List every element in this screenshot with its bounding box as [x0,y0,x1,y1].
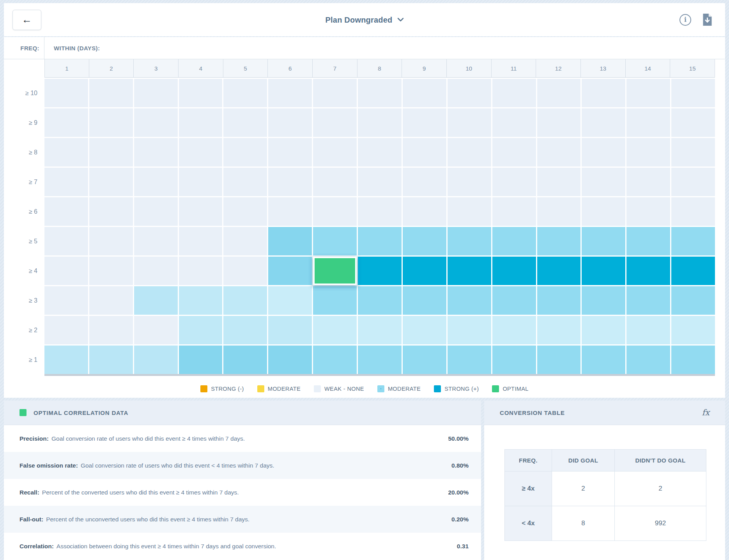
heatmap-cell[interactable] [537,286,581,315]
heatmap-cell[interactable] [134,346,178,374]
heatmap-cell[interactable] [403,227,446,255]
heatmap-cell[interactable] [582,257,625,285]
heatmap-cell[interactable] [671,316,715,344]
heatmap-cell[interactable] [134,108,178,137]
heatmap-cell[interactable] [44,168,88,196]
heatmap-cell[interactable] [223,257,267,285]
heatmap-cell[interactable] [313,108,357,137]
heatmap-cell[interactable] [223,138,267,167]
heatmap-cell[interactable] [448,138,491,167]
heatmap-cell[interactable] [268,108,312,137]
heatmap-cell[interactable] [89,138,133,167]
heatmap-cell[interactable] [223,197,267,226]
heatmap-cell[interactable] [671,227,715,255]
heatmap-cell[interactable] [448,168,491,196]
heatmap-cell[interactable] [268,257,312,285]
heatmap-cell[interactable] [313,138,357,167]
heatmap-cell[interactable] [403,138,446,167]
heatmap-cell[interactable] [223,168,267,196]
export-download-icon[interactable] [702,14,713,26]
heatmap-cell[interactable] [179,79,223,107]
heatmap-cell[interactable] [537,108,581,137]
heatmap-cell[interactable] [403,286,446,315]
heatmap-cell[interactable] [582,197,625,226]
heatmap-cell[interactable] [537,257,581,285]
heatmap-cell[interactable] [582,227,625,255]
heatmap-cell[interactable] [626,346,670,374]
heatmap-cell[interactable] [44,108,88,137]
heatmap-cell[interactable] [582,286,625,315]
heatmap-cell[interactable] [89,197,133,226]
heatmap-cell[interactable] [626,257,670,285]
heatmap-cell[interactable] [358,108,402,137]
heatmap-cell[interactable] [448,316,491,344]
heatmap-cell[interactable] [448,346,491,374]
heatmap-cell[interactable] [626,286,670,315]
heatmap-cell[interactable] [403,257,446,285]
heatmap-cell[interactable] [448,227,491,255]
heatmap-cell[interactable] [179,227,223,255]
heatmap-cell[interactable] [268,286,312,315]
heatmap-cell[interactable] [44,227,88,255]
heatmap-cell[interactable] [537,168,581,196]
heatmap-cell[interactable] [179,346,223,374]
heatmap-cell[interactable] [626,168,670,196]
heatmap-cell[interactable] [626,197,670,226]
heatmap-cell[interactable] [582,346,625,374]
heatmap-cell[interactable] [492,79,536,107]
heatmap-cell[interactable] [403,168,446,196]
heatmap-cell[interactable] [134,138,178,167]
heatmap-cell[interactable] [492,227,536,255]
heatmap-cell[interactable] [44,316,88,344]
heatmap-cell[interactable] [671,346,715,374]
heatmap-cell[interactable] [268,316,312,344]
heatmap-cell[interactable] [313,197,357,226]
heatmap-cell[interactable] [358,316,402,344]
heatmap-cell[interactable] [44,79,88,107]
heatmap-cell[interactable] [626,108,670,137]
heatmap-cell[interactable] [223,108,267,137]
heatmap-cell[interactable] [134,257,178,285]
heatmap-cell[interactable] [492,138,536,167]
heatmap-cell[interactable] [492,257,536,285]
heatmap-cell[interactable] [268,227,312,255]
event-title-dropdown[interactable]: Plan Downgraded [326,15,404,24]
heatmap-cell[interactable] [582,108,625,137]
heatmap-cell[interactable] [537,346,581,374]
heatmap-cell[interactable] [537,316,581,344]
heatmap-cell[interactable] [134,79,178,107]
heatmap-cell[interactable] [89,108,133,137]
heatmap-cell[interactable] [671,108,715,137]
heatmap-cell[interactable] [313,227,357,255]
heatmap-cell[interactable] [134,286,178,315]
heatmap-cell-optimal[interactable] [313,257,357,285]
heatmap-cell[interactable] [671,286,715,315]
heatmap-cell[interactable] [448,79,491,107]
heatmap-cell[interactable] [223,286,267,315]
heatmap-cell[interactable] [268,79,312,107]
heatmap-cell[interactable] [268,168,312,196]
heatmap-cell[interactable] [448,257,491,285]
heatmap-cell[interactable] [313,168,357,196]
heatmap-cell[interactable] [313,316,357,344]
heatmap-cell[interactable] [179,257,223,285]
grid-bottom-scrollbar[interactable] [44,374,715,376]
heatmap-cell[interactable] [626,316,670,344]
heatmap-cell[interactable] [179,108,223,137]
heatmap-cell[interactable] [134,227,178,255]
heatmap-cell[interactable] [313,79,357,107]
heatmap-cell[interactable] [537,227,581,255]
heatmap-cell[interactable] [268,346,312,374]
back-button[interactable]: ← [12,10,41,30]
heatmap-cell[interactable] [89,286,133,315]
heatmap-cell[interactable] [134,316,178,344]
heatmap-cell[interactable] [223,346,267,374]
heatmap-cell[interactable] [268,197,312,226]
heatmap-cell[interactable] [403,197,446,226]
heatmap-cell[interactable] [179,138,223,167]
heatmap-cell[interactable] [582,168,625,196]
heatmap-cell[interactable] [313,286,357,315]
info-icon[interactable]: i [679,14,691,26]
heatmap-cell[interactable] [358,138,402,167]
heatmap-cell[interactable] [403,346,446,374]
